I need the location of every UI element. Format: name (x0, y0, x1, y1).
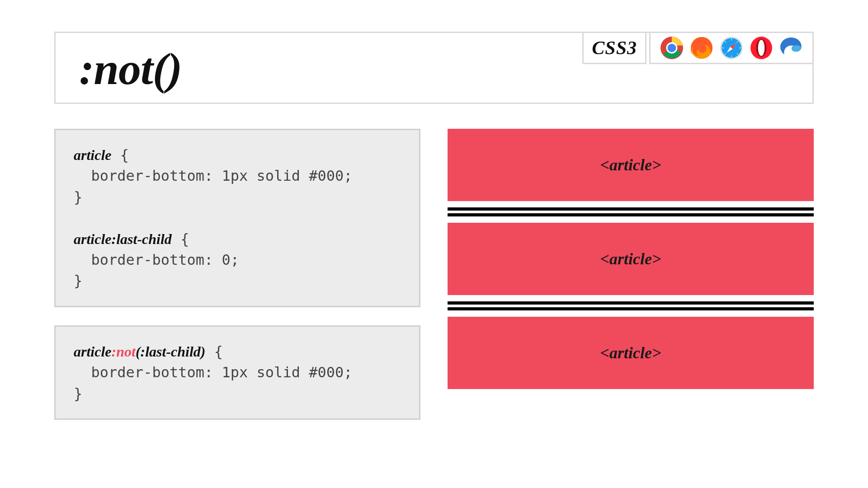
header-meta: CSS3 (582, 32, 814, 64)
code2-sel-post: (:last-child) (136, 343, 206, 360)
header-box: :not() CSS3 (54, 32, 814, 104)
spec-badge: CSS3 (582, 32, 646, 64)
demo-separator-1 (448, 201, 814, 223)
safari-icon (720, 36, 743, 60)
code-block-after: article:not(:last-child) { border-bottom… (54, 325, 420, 420)
opera-icon (750, 36, 773, 60)
code2-sel-hl: :not (112, 343, 136, 360)
svg-point-18 (758, 40, 765, 56)
spec-label: CSS3 (592, 37, 637, 59)
code1-body2: border-bottom: 0; (74, 251, 239, 268)
browser-support-row (649, 32, 814, 64)
firefox-icon (690, 36, 713, 60)
demo-article-1: <article> (448, 129, 814, 201)
code1-selector2: article:last-child (74, 231, 172, 247)
svg-point-2 (668, 44, 676, 52)
chrome-icon (660, 36, 684, 60)
demo-article-2: <article> (448, 223, 814, 295)
code-column: article { border-bottom: 1px solid #000;… (54, 129, 420, 420)
code1-selector1: article (74, 147, 112, 163)
code2-body: border-bottom: 1px solid #000; (74, 364, 353, 381)
edge-icon (779, 36, 803, 60)
demo-article-3: <article> (448, 317, 814, 389)
main-columns: article { border-bottom: 1px solid #000;… (54, 129, 814, 420)
code-block-before: article { border-bottom: 1px solid #000;… (54, 129, 420, 307)
code2-sel-pre: article (74, 343, 112, 360)
demo-separator-2 (448, 295, 814, 317)
demo-column: <article> <article> <article> (448, 129, 814, 420)
code1-body1: border-bottom: 1px solid #000; (74, 167, 353, 184)
